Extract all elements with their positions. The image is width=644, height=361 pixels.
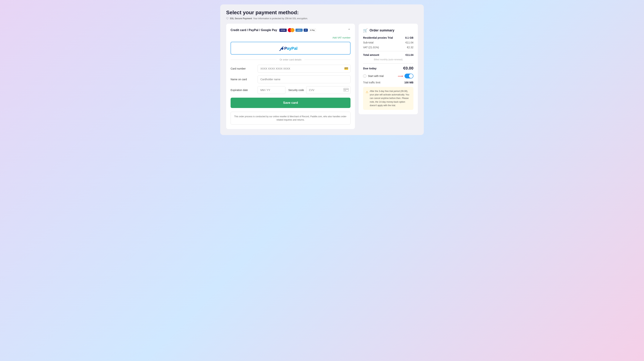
divider-line-left [230, 59, 277, 60]
order-panel: 🛒 Order summary Residential proxies Tria… [359, 24, 418, 114]
card-number-label: Card number [230, 67, 255, 70]
traffic-label: Trial traffic limit [363, 81, 380, 84]
subtotal-label: Sub-total [363, 41, 406, 44]
card-logos: VISA AMEX PP G Pay [280, 28, 316, 32]
mc-circle-right [290, 28, 294, 32]
notice-text: After the 3-day free trial period (09.08… [370, 89, 411, 107]
save-card-button[interactable]: Save card [230, 98, 350, 108]
notice-icon: ⚠ [366, 90, 368, 94]
payment-header: Credit card / PayPal / Google Pay VISA A… [230, 28, 350, 32]
divider-line-right [304, 59, 350, 60]
due-today-label: Due today [363, 67, 376, 70]
order-total-row: Total amount €11.04 [363, 53, 414, 56]
paypal-svg-logo: P ayPal [284, 46, 301, 51]
payment-header-left: Credit card / PayPal / Google Pay VISA A… [230, 28, 316, 32]
trial-toggle-area: ⟶ [398, 74, 414, 78]
vat-label: VAT (21.01%) [363, 46, 407, 49]
paypal-p-icon: 𝓅 [280, 45, 283, 51]
ssl-badge: 🛡 SSL Secure Payment Your information is… [226, 17, 418, 20]
arrow-icon: ⟶ [398, 74, 403, 78]
order-vat-row: VAT (21.01%) €2.32 [363, 46, 414, 49]
name-on-card-label: Name on card [230, 78, 255, 81]
due-today-row: Due today €0.00 [363, 66, 414, 71]
page-title: Select your payment method: [226, 9, 418, 15]
paypal-button[interactable]: 𝓅 P ayPal [230, 42, 350, 54]
expiry-label: Expiration date [230, 89, 255, 91]
trial-left: i Start with trial [363, 74, 384, 78]
security-code-label: Security code [288, 89, 304, 91]
svg-rect-3 [344, 89, 348, 90]
svg-rect-2 [344, 88, 348, 91]
expiry-input[interactable] [258, 86, 285, 94]
paddle-note: This order process is conducted by our o… [230, 112, 350, 125]
payment-panel: Credit card / PayPal / Google Pay VISA A… [226, 24, 355, 129]
traffic-value: 100 MB [404, 81, 414, 84]
order-header: 🛒 Order summary [363, 28, 414, 32]
shield-icon: 🛡 [226, 17, 229, 20]
divider-text: Or enter card details [280, 58, 302, 61]
page-wrapper: Select your payment method: 🛡 SSL Secure… [220, 4, 424, 135]
gpay-badge: G Pay [309, 28, 316, 32]
billed-note: Billed monthly (auto-renewal) [363, 58, 414, 61]
credit-card-icon: 💳 [344, 66, 348, 71]
order-divider-2 [363, 63, 414, 64]
trial-toggle-row: i Start with trial ⟶ [363, 74, 414, 78]
name-on-card-input[interactable] [258, 75, 350, 83]
order-title: Order summary [370, 28, 394, 32]
cvv-icon [344, 88, 349, 92]
order-product-row: Residential proxies Trial 0.1 GB [363, 36, 414, 39]
total-value: €11.04 [406, 53, 414, 56]
divider: Or enter card details [230, 58, 350, 61]
traffic-row: Trial traffic limit 100 MB [363, 81, 414, 84]
svg-text:P: P [284, 46, 287, 51]
expiry-cvv-row: Expiration date Security code [230, 86, 350, 94]
order-subtotal-row: Sub-total €11.04 [363, 41, 414, 44]
mastercard-logo [288, 28, 294, 32]
trial-toggle[interactable] [404, 74, 414, 78]
cart-icon: 🛒 [363, 28, 368, 32]
add-vat-container: Add VAT number [230, 36, 350, 39]
product-value: 0.1 GB [405, 36, 414, 39]
svg-rect-4 [344, 90, 346, 91]
trial-info-icon: i [363, 74, 366, 78]
card-number-wrapper: 💳 [258, 65, 350, 72]
toggle-thumb [409, 74, 413, 78]
payment-section-title: Credit card / PayPal / Google Pay [230, 28, 277, 32]
trial-notice: ⚠ After the 3-day free trial period (09.… [363, 87, 414, 110]
vat-value: €2.32 [407, 46, 414, 49]
amex-logo: AMEX [296, 29, 302, 32]
total-label: Total amount [363, 53, 406, 56]
ssl-label: SSL Secure Payment [230, 17, 252, 20]
ssl-desc: Your information is protected by 256-bit… [253, 17, 308, 20]
card-number-input[interactable] [258, 65, 350, 72]
order-divider [363, 51, 414, 51]
due-today-value: €0.00 [403, 66, 414, 71]
card-number-group: Card number 💳 [230, 65, 350, 72]
main-content: Credit card / PayPal / Google Pay VISA A… [226, 24, 418, 129]
name-on-card-group: Name on card [230, 75, 350, 83]
product-label: Residential proxies Trial [363, 36, 405, 39]
paypal-header-badge: PP [304, 29, 308, 32]
collapse-icon[interactable]: ⌃ [348, 28, 350, 32]
cvv-wrapper [306, 86, 350, 94]
visa-logo: VISA [280, 29, 287, 32]
security-group: Security code [288, 86, 350, 94]
add-vat-link[interactable]: Add VAT number [332, 36, 350, 39]
subtotal-value: €11.04 [406, 41, 414, 44]
trial-label: Start with trial [368, 74, 384, 77]
svg-text:ayPal: ayPal [287, 46, 298, 51]
paypal-logo: 𝓅 P ayPal [280, 45, 301, 51]
